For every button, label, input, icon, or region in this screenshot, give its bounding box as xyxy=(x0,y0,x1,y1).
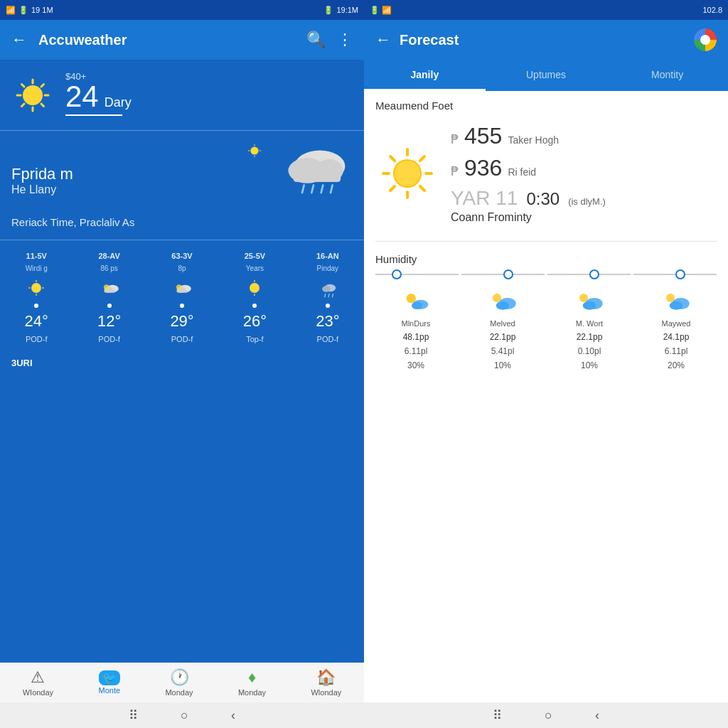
fd4-dot xyxy=(252,304,257,308)
stat1-label: Taker Hogh xyxy=(508,134,559,146)
precipitation-section: Reriack Time, Praclaliv As xyxy=(0,210,364,240)
svg-line-6 xyxy=(41,104,44,107)
main-sun-icon xyxy=(375,141,439,205)
divider1 xyxy=(375,241,717,242)
stat2: ₱ 936 Ri feid xyxy=(451,155,717,181)
hum-day-1-high: 48.1pp xyxy=(403,332,429,342)
weather-desc-sub: He Llany xyxy=(11,183,263,196)
forecast-day-2: 28-AV 86 ps 12° POD-f xyxy=(73,246,145,349)
left-android-nav: ⠿ ○ ‹ xyxy=(0,702,364,728)
fd1-sub: Wirdi g xyxy=(26,264,48,272)
tab-uptumes[interactable]: Uptumes xyxy=(486,60,607,91)
left-panel: 📶🔋 19 1M 🔋 19:1M ← Accuweather 🔍 ⋮ xyxy=(0,0,364,728)
nav-item-3[interactable]: 🕐 Monday xyxy=(165,668,193,697)
svg-point-64 xyxy=(670,301,683,310)
main-temp-row: YAR 11 0:30 (is dlyM.) xyxy=(451,187,717,210)
svg-line-42 xyxy=(332,294,333,297)
fd2-label: 28-AV xyxy=(98,252,119,260)
fd4-sub: Years xyxy=(246,264,264,272)
fd3-dot xyxy=(180,304,184,308)
right-android-home[interactable]: ○ xyxy=(545,708,552,723)
svg-line-18 xyxy=(302,185,304,193)
sun-icon xyxy=(11,74,54,117)
svg-point-22 xyxy=(31,283,41,293)
left-status-time: 19 1M xyxy=(31,6,53,14)
fd1-temp: 24° xyxy=(25,312,48,331)
fd5-temp: 23° xyxy=(316,312,339,331)
right-android-recents[interactable]: ⠿ xyxy=(493,707,502,723)
hum-day-4-low: 6.11pl xyxy=(665,346,688,356)
weather-desc: Fprida m He Llany xyxy=(11,142,263,196)
precipitation-text: Reriack Time, Praclaliv As xyxy=(11,216,134,228)
tab-montity[interactable]: Montity xyxy=(606,60,728,91)
hum-day-3-name: M. Wort xyxy=(576,319,603,328)
fd4-label: 25-5V xyxy=(245,252,265,260)
tabs-bar: Janily Uptumes Montity xyxy=(364,60,728,91)
hum-day-2-low: 5.41pl xyxy=(491,346,515,356)
tab-montity-label: Montity xyxy=(651,69,683,80)
fd3-icon xyxy=(171,277,193,299)
temp-code: YAR 11 xyxy=(451,187,518,210)
fd2-sub: 86 ps xyxy=(100,264,117,272)
fd2-pop: POD-f xyxy=(98,335,120,343)
humidity-section: Humidity xyxy=(364,247,728,376)
stat1-value: 455 xyxy=(464,123,502,149)
svg-point-55 xyxy=(412,301,422,309)
right-android-back[interactable]: ‹ xyxy=(595,708,599,723)
nav-item-4[interactable]: ♦ Monday xyxy=(238,668,266,697)
section-header: Meaumend Foet xyxy=(364,91,728,117)
app-title: Accuweather xyxy=(38,32,295,48)
nav-item-1[interactable]: ⚠ WIonday xyxy=(23,668,53,697)
humidity-slider[interactable] xyxy=(375,274,717,275)
svg-rect-33 xyxy=(177,290,188,293)
extra-label: 3URI xyxy=(0,355,364,371)
forecast-day-3: 63-3V 8p 29° POD-f xyxy=(146,246,218,349)
gem-icon: ♦ xyxy=(248,668,256,687)
fd5-sub: Pinday xyxy=(317,264,339,272)
left-top-bar: ← Accuweather 🔍 ⋮ xyxy=(0,20,364,60)
forecast-day-5: 16-AN Pinday 23° POD-f xyxy=(291,246,364,349)
fd1-pop: POD-f xyxy=(26,335,48,343)
hum-day-1-name: MlnDurs xyxy=(402,319,431,328)
hum-day-4-pct: 20% xyxy=(668,360,685,370)
chrome-icon[interactable] xyxy=(694,28,717,51)
left-status-time-right: 19:1M xyxy=(336,6,358,14)
android-home[interactable]: ○ xyxy=(181,708,188,723)
svg-point-35 xyxy=(250,283,259,293)
hum-day-3-high: 22.1pp xyxy=(577,332,603,342)
android-recents[interactable]: ⠿ xyxy=(129,707,138,723)
android-back[interactable]: ‹ xyxy=(231,708,235,723)
tab-janily-label: Janily xyxy=(410,69,439,80)
fd4-temp: 26° xyxy=(243,312,267,331)
hum-day-1: MlnDurs 48.1pp 6.11pl 30% xyxy=(375,287,456,370)
main-forecast-card: ₱ 455 Taker Hogh ₱ 936 Ri feid YAR 11 0:… xyxy=(364,117,728,235)
right-back-icon[interactable]: ← xyxy=(375,31,391,49)
forecast-day-4: 25-5V Years 26° Top-f xyxy=(218,246,291,349)
nav-item-2[interactable]: 🐦 Monte xyxy=(98,671,120,695)
svg-point-39 xyxy=(322,286,331,292)
svg-point-0 xyxy=(23,85,43,105)
small-sun-icon xyxy=(246,142,263,159)
nav-item-5[interactable]: 🏠 Wlonday xyxy=(311,668,341,697)
tab-janily[interactable]: Janily xyxy=(364,60,486,91)
forecast-title: Forecast xyxy=(400,32,685,48)
fd5-icon xyxy=(316,277,339,299)
search-icon[interactable]: 🔍 xyxy=(306,31,326,49)
hum-day-3-low: 0.10pl xyxy=(578,346,601,356)
fd2-temp: 12° xyxy=(97,312,121,331)
fd3-sub: 8p xyxy=(178,264,186,272)
clock-icon: 🕐 xyxy=(170,668,189,687)
main-forecast-details: ₱ 455 Taker Hogh ₱ 936 Ri feid YAR 11 0:… xyxy=(451,123,717,224)
warning-icon: ⚠ xyxy=(31,668,45,687)
svg-point-34 xyxy=(176,284,181,289)
menu-icon[interactable]: ⋮ xyxy=(337,31,353,49)
hum-day-2-name: Melved xyxy=(490,319,515,328)
hum-day-4: Maywed 24.1pp 6.11pl 20% xyxy=(636,287,717,370)
fd5-label: 16-AN xyxy=(316,252,339,260)
svg-line-5 xyxy=(22,84,25,87)
temp-value: 24 xyxy=(65,82,99,112)
back-icon[interactable]: ← xyxy=(11,31,27,49)
fd5-pop: POD-f xyxy=(317,335,339,343)
hum-day-4-name: Maywed xyxy=(662,319,691,328)
right-top-bar: ← Forecast xyxy=(364,20,728,60)
